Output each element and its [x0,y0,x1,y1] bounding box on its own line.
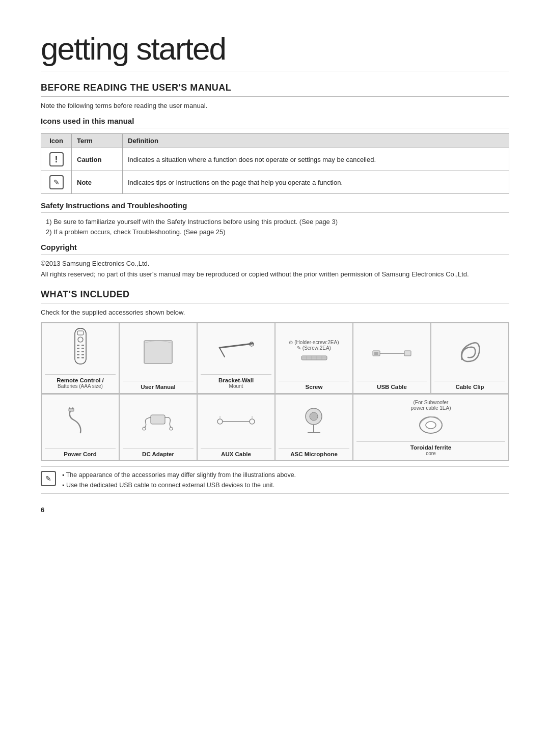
accessory-manual: User Manual [119,323,197,394]
note-box-icon: ✎ [41,471,56,486]
manual-label: User Manual [123,381,194,390]
copyright-subsection-title: Copyright [41,243,509,255]
svg-rect-3 [77,345,79,346]
svg-point-36 [250,419,255,424]
usb-image [356,328,427,376]
svg-rect-13 [144,341,172,363]
svg-rect-0 [75,328,86,364]
copyright-line1: ©2013 Samsung Electronics Co.,Ltd. [41,260,509,267]
table-row: ✎ Note Indicates tips or instructions on… [41,171,509,194]
icons-subsection-title: Icons used in this manual [41,117,509,128]
screw-note: ⊙ (Holder-screw:2EA) [289,340,339,345]
caution-definition: Indicates a situation where a function d… [123,148,509,171]
whats-included-section: WHAT'S INCLUDED Check for the supplied a… [41,289,509,494]
accessory-aux: AUX Cable [197,394,275,461]
dcadapter-image [123,400,194,443]
remote-sublabel: Batteries (AAA size) [58,383,103,389]
note-item: The appearance of the accessories may di… [62,470,296,480]
accessory-remote: Remote Control / Batteries (AAA size) [41,323,119,394]
svg-rect-9 [77,354,79,355]
before-reading-title: BEFORE READING THE USER'S MANUAL [41,82,509,97]
clip-image [434,328,505,376]
svg-rect-5 [77,348,79,349]
bracket-label: Bracket-Wall [201,374,271,383]
bracket-image [201,328,271,369]
svg-rect-7 [77,351,79,352]
accessory-screw: ⊙ (Holder-screw:2EA) ✎ (Screw:2EA) Screw [275,323,353,394]
svg-rect-10 [81,354,84,355]
svg-rect-6 [81,348,84,349]
note-term: Note [72,171,123,194]
svg-rect-27 [374,352,378,355]
accessory-dcadapter: DC Adapter [119,394,197,461]
asc-label: ASC Microphone [279,448,349,457]
icons-subsection: Icons used in this manual Icon Term Defi… [41,117,509,194]
safety-subsection-title: Safety Instructions and Troubleshooting [41,201,509,213]
note-icon-cell: ✎ [41,171,72,194]
svg-rect-4 [81,345,84,346]
svg-line-15 [219,344,253,348]
screw-image: ⊙ (Holder-screw:2EA) ✎ (Screw:2EA) [279,328,349,376]
svg-rect-26 [404,351,411,356]
accessories-row1: Remote Control / Batteries (AAA size) Us… [41,322,509,394]
note-icon: ✎ [49,175,64,189]
col-definition: Definition [123,134,509,148]
svg-rect-8 [81,351,84,352]
copyright-subsection: Copyright ©2013 Samsung Electronics Co.,… [41,243,509,278]
svg-rect-1 [77,331,84,335]
table-row: ! Caution Indicates a situation where a … [41,148,509,171]
usb-label: USB Cable [356,381,427,390]
toroidal-note: (For Subwoofer [414,400,449,405]
safety-subsection: Safety Instructions and Troubleshooting … [41,201,509,236]
page-title: getting started [41,31,509,71]
accessory-toroidal: (For Subwoofer power cable 1EA) Toroidal… [353,394,509,461]
powercord-label: Power Cord [45,448,116,457]
accessories-row2: Power Cord DC Adapter [41,394,509,461]
whats-included-title: WHAT'S INCLUDED [41,289,509,303]
asc-image [279,400,349,443]
accessory-powercord: Power Cord [41,394,119,461]
dcadapter-label: DC Adapter [123,448,194,457]
page-number: 6 [41,506,509,514]
svg-line-17 [219,348,225,357]
toroidal-image: (For Subwoofer power cable 1EA) [356,400,505,436]
note-definition: Indicates tips or instructions on the pa… [123,171,509,194]
bracket-sublabel: Mount [229,383,243,389]
safety-list: Be sure to familiarize yourself with the… [41,218,509,236]
accessory-bracket: Bracket-Wall Mount [197,323,275,394]
aux-label: AUX Cable [201,448,271,457]
svg-point-2 [78,337,83,342]
list-item: Be sure to familiarize yourself with the… [46,218,509,226]
toroidal-label: Toroidal ferrite [356,441,505,451]
screw-label: Screw [279,381,349,390]
caution-icon-cell: ! [41,148,72,171]
before-reading-section: BEFORE READING THE USER'S MANUAL Note th… [41,82,509,278]
aux-image [201,400,271,443]
toroidal-sublabel: core [426,451,435,456]
svg-rect-12 [81,357,84,358]
icons-table: Icon Term Definition ! Caution Indicates… [41,133,509,194]
notes-box: ✎ The appearance of the accessories may … [41,466,509,494]
screw-note2: ✎ (Screw:2EA) [297,345,331,351]
svg-rect-11 [77,357,79,358]
powercord-image [45,400,116,443]
note-item: Use the dedicated USB cable to connect e… [62,480,296,490]
svg-point-44 [426,422,436,429]
accessory-usb: USB Cable [353,323,431,394]
svg-rect-31 [151,415,165,424]
svg-point-34 [217,419,223,424]
accessory-clip: Cable Clip [431,323,509,394]
toroidal-note2: power cable 1EA) [411,405,451,411]
col-icon: Icon [41,134,72,148]
svg-point-42 [310,412,318,421]
clip-label: Cable Clip [434,381,505,390]
notes-content: The appearance of the accessories may di… [62,470,296,490]
remote-image [45,328,116,369]
list-item: If a problem occurs, check Troubleshooti… [46,228,509,236]
whats-included-intro: Check for the supplied accessories shown… [41,309,509,316]
copyright-line2: All rights reserved; no part of this use… [41,270,509,278]
caution-icon: ! [49,152,64,166]
remote-label: Remote Control / [45,374,116,383]
caution-term: Caution [72,148,123,171]
before-reading-intro: Note the following terms before reading … [41,102,509,109]
